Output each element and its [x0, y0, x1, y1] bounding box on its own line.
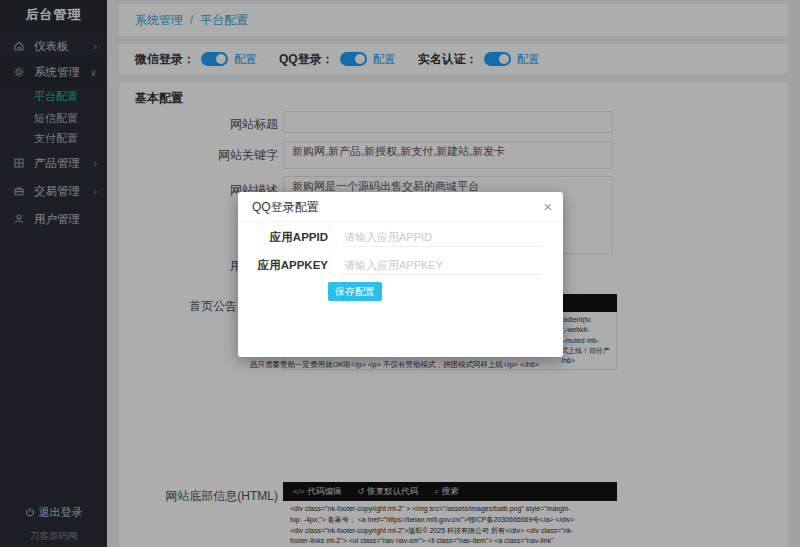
qq-login-config-modal: QQ登录配置 × 应用APPID 应用APPKEY 保存配置	[238, 192, 563, 357]
appid-input[interactable]	[342, 228, 542, 247]
appid-label: 应用APPID	[238, 230, 328, 245]
appid-field-row: 应用APPID	[238, 228, 542, 247]
modal-title: QQ登录配置	[238, 192, 563, 222]
save-config-button[interactable]: 保存配置	[328, 282, 382, 301]
admin-page: 后台管理 仪表板 › 系统管理 ∨ 平台配置 短信配置 支付配置 产品管理 ›	[0, 0, 800, 547]
appkey-field-row: 应用APPKEY	[238, 256, 542, 275]
appkey-label: 应用APPKEY	[238, 258, 328, 273]
close-icon[interactable]: ×	[543, 198, 552, 216]
appkey-input[interactable]	[342, 256, 542, 275]
